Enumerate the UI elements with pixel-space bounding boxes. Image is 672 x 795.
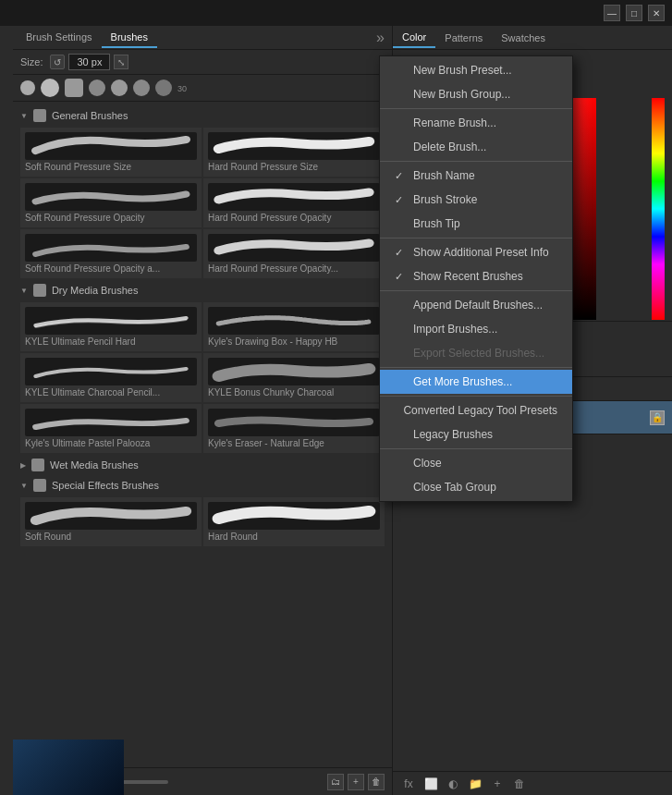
list-item[interactable]: KYLE Bonus Chunky Charcoal: [203, 353, 385, 402]
list-item[interactable]: Soft Round Pressure Opacity: [20, 178, 202, 227]
menu-item-new-brush-group[interactable]: New Brush Group...: [380, 82, 572, 106]
list-item[interactable]: Soft Round Pressure Opacity a...: [20, 229, 202, 278]
list-item[interactable]: Soft Round Pressure Size: [20, 128, 202, 177]
context-menu: New Brush Preset... New Brush Group... R…: [379, 55, 573, 502]
group-label-wet: Wet Media Brushes: [50, 459, 139, 471]
menu-separator: [380, 108, 572, 109]
tab-brush-settings[interactable]: Brush Settings: [17, 28, 102, 48]
list-item[interactable]: Hard Round Pressure Opacity: [203, 178, 385, 227]
tab-swatches[interactable]: Swatches: [492, 29, 555, 47]
tab-brushes[interactable]: Brushes: [102, 28, 157, 48]
brush-grid-special: Soft Round Hard Round: [17, 495, 388, 548]
menu-item-import-brushes[interactable]: Import Brushes...: [380, 317, 572, 341]
close-button[interactable]: ✕: [648, 5, 665, 21]
brush-settings-panel: Brush Settings Brushes » Size: ↺ ⤡: [13, 26, 392, 795]
size-row: Size: ↺ ⤡: [13, 50, 392, 75]
minimize-button[interactable]: —: [604, 5, 620, 21]
menu-item-label: New Brush Preset...: [413, 64, 512, 77]
brush-preset-3[interactable]: [65, 79, 83, 97]
group-label-special: Special Effects Brushes: [52, 480, 159, 491]
menu-item-export-brushes[interactable]: Export Selected Brushes...: [380, 341, 572, 365]
brush-preset-6[interactable]: [133, 80, 150, 96]
layer-lock-icon: 🔒: [650, 410, 665, 425]
menu-item-close[interactable]: Close: [380, 451, 572, 475]
maximize-button[interactable]: □: [626, 5, 642, 21]
brush-stroke-img: [208, 234, 380, 262]
brush-stroke-img: [208, 132, 380, 160]
brush-preset-5[interactable]: [111, 80, 128, 96]
brush-item-label: Hard Round Pressure Size: [208, 162, 380, 172]
layer-fx-button[interactable]: fx: [400, 776, 417, 792]
brush-stroke-img: [208, 307, 380, 335]
menu-item-close-tab-group[interactable]: Close Tab Group: [380, 475, 572, 499]
tab-color[interactable]: Color: [393, 28, 435, 48]
list-item[interactable]: Soft Round: [20, 497, 202, 546]
brush-stroke-img: [208, 183, 380, 211]
brush-preset-4[interactable]: [89, 80, 105, 96]
brush-preset-7[interactable]: [155, 80, 172, 96]
delete-button[interactable]: 🗑: [368, 774, 385, 790]
menu-check-brush-stroke: ✓: [395, 194, 408, 206]
color-panel-tabs: Color Patterns Swatches: [393, 26, 672, 50]
menu-item-brush-name[interactable]: ✓ Brush Name: [380, 164, 572, 188]
layer-group-button[interactable]: 📁: [467, 776, 483, 792]
brush-preset-2[interactable]: [41, 79, 59, 97]
brush-item-label: Kyle's Ultimate Pastel Palooza: [25, 438, 197, 448]
list-item[interactable]: KYLE Ultimate Charcoal Pencil...: [20, 353, 202, 402]
menu-item-rename-brush[interactable]: Rename Brush...: [380, 111, 572, 135]
list-item[interactable]: Hard Round Pressure Opacity...: [203, 229, 385, 278]
menu-item-get-more-brushes[interactable]: Get More Brushes...: [380, 370, 572, 394]
brush-preset-1[interactable]: [20, 80, 35, 95]
list-item[interactable]: Kyle's Eraser - Natural Edge: [203, 404, 385, 453]
brush-icon-circle-5: [111, 80, 128, 96]
menu-item-label: Export Selected Brushes...: [413, 347, 544, 360]
size-resize-button[interactable]: ⤡: [114, 55, 128, 69]
menu-check-recent: ✓: [395, 271, 408, 283]
layer-adjustment-button[interactable]: ◐: [445, 776, 461, 792]
menu-item-show-recent[interactable]: ✓ Show Recent Brushes: [380, 264, 572, 288]
bottom-bar-icons: 🗂 + 🗑: [327, 774, 385, 790]
menu-item-legacy-brushes[interactable]: Legacy Brushes: [380, 422, 572, 446]
tab-patterns[interactable]: Patterns: [435, 29, 492, 47]
brush-icon-circle-7: [155, 80, 172, 96]
panel-more-button[interactable]: »: [373, 30, 388, 46]
group-header-dry[interactable]: ▼ Dry Media Brushes: [17, 280, 388, 300]
brush-icon-circle-6: [133, 80, 150, 96]
brush-icon-circle-3: [65, 79, 83, 97]
list-item[interactable]: Hard Round Pressure Size: [203, 128, 385, 177]
group-header-special[interactable]: ▼ Special Effects Brushes: [17, 475, 388, 495]
menu-item-delete-brush[interactable]: Delete Brush...: [380, 135, 572, 159]
menu-item-label: New Brush Group...: [413, 88, 510, 101]
layer-mask-button[interactable]: ⬜: [422, 776, 439, 792]
new-preset-button[interactable]: +: [348, 774, 364, 790]
menu-item-label: Brush Tip: [413, 217, 460, 230]
layer-delete-button[interactable]: 🗑: [511, 776, 528, 792]
menu-item-show-preset-info[interactable]: ✓ Show Additional Preset Info: [380, 240, 572, 264]
group-header-general[interactable]: ▼ General Brushes: [17, 105, 388, 126]
brush-item-label: Kyle's Drawing Box - Happy HB: [208, 336, 380, 347]
menu-item-brush-tip[interactable]: Brush Tip: [380, 212, 572, 236]
group-icon-general: [33, 109, 46, 122]
list-item[interactable]: Kyle's Drawing Box - Happy HB: [203, 302, 385, 351]
hue-slider[interactable]: [652, 98, 665, 320]
size-reset-button[interactable]: ↺: [50, 55, 65, 69]
menu-item-label: Close Tab Group: [413, 481, 496, 494]
brush-stroke-img: [25, 183, 197, 211]
menu-item-converted-legacy[interactable]: Converted Legacy Tool Presets: [380, 398, 572, 422]
menu-item-brush-stroke[interactable]: ✓ Brush Stroke: [380, 188, 572, 212]
list-item[interactable]: KYLE Ultimate Pencil Hard: [20, 302, 202, 351]
list-item[interactable]: Hard Round: [203, 497, 385, 546]
layers-footer: fx ⬜ ◐ 📁 + 🗑: [393, 771, 672, 795]
menu-item-label: Get More Brushes...: [413, 375, 512, 388]
group-header-wet[interactable]: ▶ Wet Media Brushes: [17, 455, 388, 475]
menu-item-label: Delete Brush...: [413, 141, 486, 153]
size-input[interactable]: [68, 54, 110, 70]
menu-separator: [380, 238, 572, 238]
menu-separator: [380, 367, 572, 368]
menu-item-new-brush-preset[interactable]: New Brush Preset...: [380, 58, 572, 82]
menu-item-append-default[interactable]: Append Default Brushes...: [380, 293, 572, 317]
new-folder-button[interactable]: 🗂: [327, 774, 344, 790]
brush-list[interactable]: ▼ General Brushes Soft Round Pressure Si…: [13, 102, 392, 767]
list-item[interactable]: Kyle's Ultimate Pastel Palooza: [20, 404, 202, 453]
layer-new-button[interactable]: +: [489, 776, 506, 792]
